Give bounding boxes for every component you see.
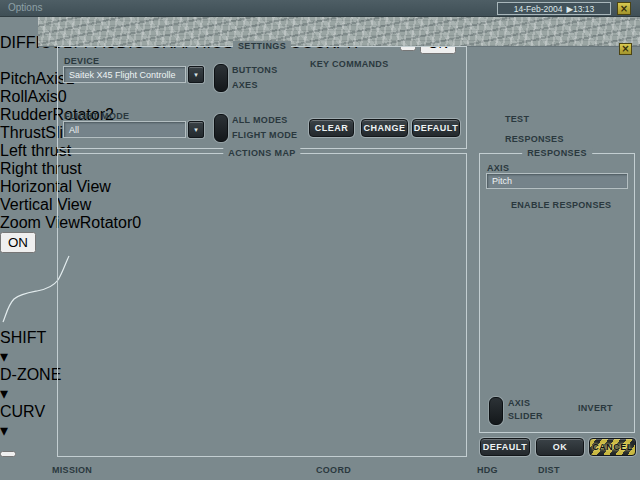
toggle-knob <box>217 115 225 123</box>
buttons-option-label: BUTTONS <box>232 65 277 75</box>
action-name: Rudder <box>0 106 52 123</box>
flight-mode-dropdown-button[interactable]: ▾ <box>188 121 204 138</box>
responses-value-field <box>0 54 47 70</box>
chevron-down-icon: ▾ <box>194 71 198 79</box>
time-text: ▶13:13 <box>566 4 594 14</box>
flight-mode-value: All <box>69 125 79 135</box>
axis-value: Pitch <box>492 176 512 186</box>
enable-responses-label: ENABLE RESPONSES <box>511 200 611 210</box>
toggle-knob <box>217 65 225 73</box>
axes-option-label: AXES <box>232 80 258 90</box>
chevron-down-icon: ▾ <box>0 421 8 440</box>
action-name: Roll <box>0 88 28 105</box>
key-commands-label: KEY COMMANDS <box>310 59 388 69</box>
device-value: Saitek X45 Flight Controlle <box>69 70 176 80</box>
action-name: Pitch <box>0 70 36 87</box>
actions-map-title: ACTIONS MAP <box>223 148 300 159</box>
dzone-label: D-ZONE <box>0 366 61 383</box>
datetime-display: 14-Feb-2004 ▶13:13 <box>497 2 611 15</box>
toggle-knob <box>492 398 500 406</box>
action-name: Thrust <box>0 124 45 141</box>
cancel-button[interactable]: CANCEL <box>589 438 636 456</box>
enable-responses-button[interactable]: ON <box>0 232 36 253</box>
device-select[interactable]: Saitek X45 Flight Controlle <box>63 66 186 83</box>
device-dropdown-button[interactable]: ▾ <box>188 66 204 83</box>
device-label: DEVICE <box>64 56 99 66</box>
slider-option-label: SLIDER <box>508 411 543 421</box>
curv-label: CURV <box>0 403 45 420</box>
flight-mode-option-label: FLIGHT MODE <box>232 130 297 140</box>
window-title: Options <box>8 2 42 13</box>
chevron-down-icon: ▾ <box>194 126 198 134</box>
flight-mode-label: FLIGHT MODE <box>64 111 129 121</box>
chevron-down-icon: ▾ <box>0 347 8 366</box>
coord-label: COORD <box>316 465 351 475</box>
change-button[interactable]: CHANGE <box>361 119 408 137</box>
close-icon: × <box>620 3 628 14</box>
clear-button[interactable]: CLEAR <box>309 119 354 137</box>
close-button[interactable]: × <box>617 2 631 15</box>
flight-mode-select[interactable]: All <box>63 121 186 138</box>
responses-panel-title: RESPONSES <box>522 148 592 159</box>
default-button[interactable]: DEFAULT <box>480 438 530 456</box>
close-icon: × <box>621 43 629 54</box>
options-screen: Options 14-Feb-2004 ▶13:13 × SETTINGS DE… <box>0 0 640 480</box>
key-default-button[interactable]: DEFAULT <box>412 119 460 137</box>
dist-label: DIST <box>538 465 560 475</box>
mission-label: MISSION <box>52 465 92 475</box>
chevron-down-icon: ▾ <box>0 384 8 403</box>
shift-label: SHIFT <box>0 329 46 346</box>
responses-panel: RESPONSES <box>479 153 635 433</box>
buttons-axes-toggle[interactable] <box>214 64 228 92</box>
actions-map-panel: ACTIONS MAP <box>57 153 467 457</box>
options-close-button[interactable]: × <box>619 43 632 55</box>
axis-label: AXIS <box>487 163 509 173</box>
all-modes-option-label: ALL MODES <box>232 115 288 125</box>
axis-slider-toggle[interactable] <box>489 397 503 425</box>
axis-value-field: Pitch <box>486 173 628 189</box>
invert-button[interactable] <box>0 451 16 457</box>
responses-label: RESPONSES <box>505 134 564 144</box>
test-label: TEST <box>505 114 529 124</box>
ok-button[interactable]: OK <box>536 438 584 456</box>
invert-label: INVERT <box>578 403 613 413</box>
date-text: 14-Feb-2004 <box>514 4 563 14</box>
hdg-label: HDG <box>477 465 498 475</box>
settings-title: SETTINGS <box>233 41 291 52</box>
modes-toggle[interactable] <box>214 114 228 142</box>
background-map <box>38 17 640 47</box>
axis-option-label: AXIS <box>508 398 530 408</box>
